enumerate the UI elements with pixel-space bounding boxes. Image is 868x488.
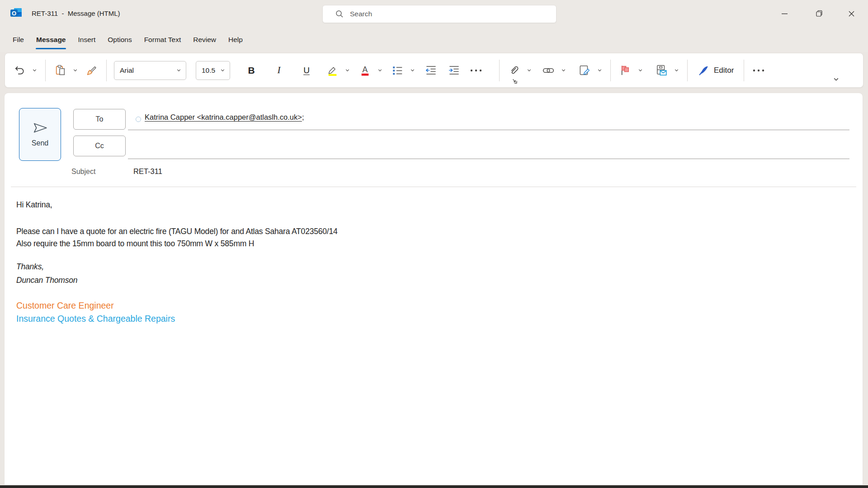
decrease-indent-icon [425, 64, 437, 76]
editor-button[interactable]: Editor [695, 61, 736, 80]
link-dropdown[interactable] [560, 61, 567, 80]
undo-dropdown[interactable] [31, 61, 38, 80]
tab-review[interactable]: Review [193, 33, 217, 47]
underline-button[interactable]: U [299, 61, 314, 80]
font-name-value: Arial [120, 66, 134, 75]
search-input[interactable] [350, 10, 540, 18]
underline-icon: U [303, 66, 310, 75]
signature-role: Customer Care Engineer [16, 300, 114, 311]
font-color-button[interactable]: A [358, 61, 372, 80]
link-icon [542, 64, 555, 77]
more-options-icon [752, 68, 765, 73]
ribbon-divider [610, 60, 611, 81]
ribbon-divider [106, 60, 107, 81]
undo-button[interactable] [12, 61, 27, 80]
font-size-value: 10.5 [202, 66, 215, 75]
window-title: RET-311 - Message (HTML) [32, 9, 120, 17]
close-button[interactable] [841, 0, 862, 27]
outlook-app-icon: O [9, 7, 23, 19]
tab-help[interactable]: Help [228, 33, 243, 47]
italic-button[interactable]: I [272, 61, 286, 80]
more-options-icon [469, 68, 483, 73]
editor-label: Editor [714, 66, 734, 75]
recipient-chip[interactable]: Katrina Capper <katrina.capper@atlaslh.c… [145, 113, 302, 121]
save-envelope-icon [655, 64, 668, 77]
bullets-dropdown[interactable] [409, 61, 416, 80]
svg-text:O: O [12, 10, 16, 17]
font-name-select[interactable]: Arial [114, 61, 186, 80]
body-line-1: Please can I have a quote for an electri… [16, 227, 338, 236]
tab-options[interactable]: Options [107, 33, 132, 47]
bold-button[interactable]: B [244, 61, 259, 80]
follow-up-dropdown[interactable] [637, 61, 644, 80]
highlighter-icon [326, 64, 339, 76]
attach-file-button[interactable] [507, 61, 521, 80]
cc-field-underline [128, 159, 849, 159]
recipient-field[interactable]: Katrina Capper <katrina.capper@atlaslh.c… [145, 113, 304, 122]
restore-button[interactable] [809, 0, 830, 27]
flag-icon [619, 64, 632, 76]
subject-label: Subject [71, 168, 95, 176]
message-body[interactable]: Hi Katrina, Please can I have a quote fo… [5, 190, 863, 485]
attach-file-dropdown[interactable] [525, 61, 533, 80]
ribbon-tab-bar: File Message Insert Options Format Text … [0, 27, 868, 52]
to-field-underline [128, 130, 849, 130]
svg-text:A: A [362, 65, 368, 74]
save-item-button[interactable] [654, 61, 669, 80]
search-icon [335, 10, 344, 18]
more-formatting-button[interactable] [469, 61, 483, 80]
signature-dropdown[interactable] [596, 61, 603, 80]
header-body-divider [11, 187, 856, 187]
tab-format-text[interactable]: Format Text [144, 33, 182, 47]
increase-indent-icon [448, 64, 460, 76]
font-color-icon: A [359, 64, 371, 76]
body-greeting: Hi Katrina, [16, 200, 52, 210]
signature-button[interactable] [577, 61, 592, 80]
more-ribbon-commands-button[interactable] [751, 61, 766, 80]
dialog-launcher-icon [511, 78, 518, 84]
paste-button[interactable] [53, 61, 67, 80]
chevron-down-icon [833, 76, 840, 83]
paste-dropdown[interactable] [71, 61, 79, 80]
bullets-button[interactable] [390, 61, 405, 80]
ribbon-divider [499, 60, 500, 81]
tab-file[interactable]: File [12, 33, 24, 47]
send-label: Send [32, 139, 48, 147]
tab-insert[interactable]: Insert [77, 33, 96, 47]
tab-message[interactable]: Message [36, 33, 66, 47]
chevron-down-icon [176, 68, 181, 73]
highlight-color-dropdown[interactable] [344, 61, 351, 80]
chevron-down-icon [220, 68, 225, 73]
link-button[interactable] [541, 61, 556, 80]
collapse-ribbon-button[interactable] [833, 76, 840, 83]
title-bar: O RET-311 - Message (HTML) [0, 0, 868, 27]
recipient-separator: ; [302, 113, 304, 121]
to-button[interactable]: To [73, 109, 126, 130]
signature-department: Insurance Quotes & Chargeable Repairs [16, 314, 175, 324]
subject-field[interactable]: RET-311 [133, 167, 162, 176]
body-closing: Thanks, [16, 262, 44, 272]
save-item-dropdown[interactable] [673, 61, 680, 80]
format-painter-button[interactable] [85, 61, 99, 80]
paperclip-icon [508, 64, 520, 76]
decrease-indent-button[interactable] [424, 61, 438, 80]
undo-icon [14, 65, 25, 76]
presence-indicator [136, 117, 141, 122]
cc-button[interactable]: Cc [73, 136, 126, 156]
follow-up-flag-button[interactable] [618, 61, 632, 80]
body-line-2: Also require the 15mm board to mount thi… [16, 239, 254, 249]
format-painter-icon [86, 64, 98, 76]
ribbon-divider [45, 60, 46, 81]
ribbon-toolbar: Arial 10.5 B I U A [5, 53, 863, 88]
ribbon-divider [687, 60, 688, 81]
send-icon [33, 122, 48, 134]
bulleted-list-icon [392, 65, 403, 76]
font-size-select[interactable]: 10.5 [196, 61, 230, 80]
paragraph-dialog-launcher[interactable] [511, 78, 518, 84]
search-bar[interactable] [322, 5, 557, 23]
send-button[interactable]: Send [19, 108, 61, 161]
minimize-button[interactable] [774, 0, 795, 27]
font-color-dropdown[interactable] [376, 61, 383, 80]
increase-indent-button[interactable] [447, 61, 461, 80]
highlight-color-button[interactable] [325, 61, 340, 80]
